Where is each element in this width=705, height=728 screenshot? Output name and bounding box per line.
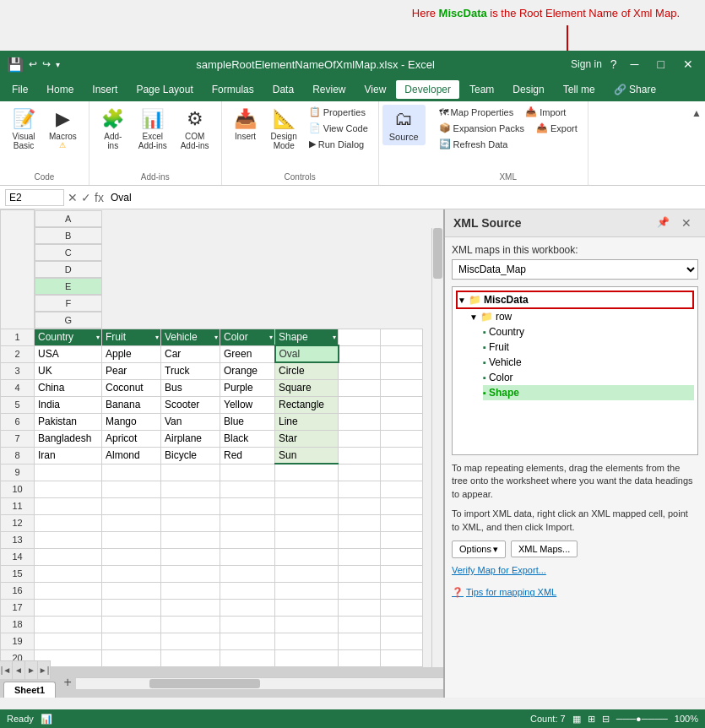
view-code-button[interactable]: 📄 View Code — [306, 121, 371, 135]
cell-g6[interactable] — [381, 413, 423, 430]
cell-e1[interactable]: Shape ▾ — [275, 329, 339, 345]
row-number-9[interactable]: 9 — [1, 464, 35, 481]
cell-e4[interactable]: Square — [275, 379, 339, 396]
sheet-scroll-last[interactable]: ►| — [38, 661, 51, 680]
run-dialog-button[interactable]: ▶ Run Dialog — [306, 137, 371, 151]
cell-e6[interactable]: Line — [275, 413, 339, 430]
row-number-8[interactable]: 8 — [1, 447, 35, 464]
close-panel-button[interactable]: ✕ — [676, 215, 697, 231]
collapse-icon[interactable]: ▲ — [691, 107, 702, 119]
addins-button[interactable]: 🧩 Add-ins — [96, 105, 130, 154]
menu-formulas[interactable]: Formulas — [203, 80, 263, 99]
cell-f3[interactable] — [339, 362, 381, 379]
zoom-slider[interactable]: ───●──── — [616, 714, 668, 724]
properties-button[interactable]: 📋 Properties — [306, 105, 371, 119]
horizontal-scrollbar[interactable] — [76, 677, 443, 689]
customize-icon[interactable]: ▾ — [56, 60, 60, 69]
cell-d3[interactable]: Orange — [220, 362, 275, 379]
menu-file[interactable]: File — [3, 80, 36, 99]
refresh-data-button[interactable]: 🔄 Refresh Data — [436, 137, 512, 151]
cell-e7[interactable]: Star — [275, 430, 339, 447]
ribbon-collapse[interactable]: ▲ — [688, 101, 705, 123]
tree-item-country[interactable]: ▪ Country — [483, 324, 694, 340]
cell-a2[interactable]: USA — [35, 345, 102, 362]
add-sheet-button[interactable]: + — [59, 675, 76, 690]
excel-addins-button[interactable]: 📊 ExcelAdd-ins — [133, 105, 172, 154]
col-header-c[interactable]: C — [35, 244, 102, 261]
export-button[interactable]: 📤 Export — [533, 121, 581, 135]
signin-button[interactable]: Sign in — [571, 58, 602, 70]
insert-button[interactable]: 📥 Insert — [229, 105, 263, 144]
cell-d2[interactable]: Green — [220, 345, 275, 362]
help-icon[interactable]: ? — [610, 57, 617, 71]
cell-b4[interactable]: Coconut — [102, 379, 161, 396]
tree-item-shape[interactable]: ▪ Shape — [483, 385, 694, 400]
cancel-formula-icon[interactable]: ✕ — [68, 191, 78, 204]
cell-g1[interactable] — [381, 329, 423, 345]
insert-function-icon[interactable]: fx — [95, 191, 104, 204]
cell-f6[interactable] — [339, 413, 381, 430]
source-button[interactable]: 🗂 Source — [382, 105, 426, 145]
cell-f4[interactable] — [339, 379, 381, 396]
cell-g8[interactable] — [381, 447, 423, 464]
cell-d6[interactable]: Blue — [220, 413, 275, 430]
view-break-icon[interactable]: ⊟ — [602, 714, 610, 725]
cell-e5[interactable]: Rectangle — [275, 396, 339, 413]
cell-a8[interactable]: Iran — [35, 447, 102, 464]
menu-design[interactable]: Design — [504, 80, 552, 99]
tips-link[interactable]: ❓ Tips for mapping XML — [452, 587, 698, 598]
cell-e2[interactable]: Oval — [275, 345, 339, 362]
cell-d8[interactable]: Red — [220, 447, 275, 464]
import-button[interactable]: 📥 Import — [522, 105, 569, 119]
horizontal-scroll-thumb[interactable] — [149, 679, 259, 688]
row-number-10[interactable]: 10 — [1, 481, 35, 497]
sheet-tab-sheet1[interactable]: Sheet1 — [3, 682, 56, 698]
cell-a1[interactable]: Country ▾ — [35, 329, 102, 345]
cell-f1[interactable] — [339, 329, 381, 345]
cell-b7[interactable]: Apricot — [102, 430, 161, 447]
design-mode-button[interactable]: 📐 DesignMode — [266, 105, 302, 154]
cell-c4[interactable]: Bus — [161, 379, 220, 396]
tree-item-fruit[interactable]: ▪ Fruit — [483, 340, 694, 355]
cell-c8[interactable]: Bicycle — [161, 447, 220, 464]
cell-a7[interactable]: Bangladesh — [35, 430, 102, 447]
menu-data[interactable]: Data — [264, 80, 302, 99]
save-icon[interactable]: 💾 — [7, 57, 24, 73]
row-number-3[interactable]: 3 — [1, 362, 35, 379]
cell-a3[interactable]: UK — [35, 362, 102, 379]
cell-e3[interactable]: Circle — [275, 362, 339, 379]
visual-basic-button[interactable]: 📝 VisualBasic — [7, 105, 41, 154]
cell-b6[interactable]: Mango — [102, 413, 161, 430]
menu-team[interactable]: Team — [461, 80, 502, 99]
cell-a5[interactable]: India — [35, 396, 102, 413]
row-number-6[interactable]: 6 — [1, 413, 35, 430]
cell-b2[interactable]: Apple — [102, 345, 161, 362]
row-number-19[interactable]: 19 — [1, 633, 35, 649]
xml-maps-button[interactable]: XML Maps... — [511, 541, 578, 557]
xml-map-select[interactable]: MiscData_Map — [452, 259, 698, 280]
row-number-13[interactable]: 13 — [1, 531, 35, 548]
menu-tell-me[interactable]: Tell me — [555, 80, 604, 99]
maximize-button[interactable]: □ — [653, 56, 670, 73]
cell-f8[interactable] — [339, 447, 381, 464]
cell-g3[interactable] — [381, 362, 423, 379]
menu-review[interactable]: Review — [304, 80, 354, 99]
row-number-18[interactable]: 18 — [1, 616, 35, 633]
com-addins-button[interactable]: ⚙ COMAdd-ins — [176, 105, 214, 154]
close-button[interactable]: ✕ — [678, 56, 698, 73]
cell-c3[interactable]: Truck — [161, 362, 220, 379]
minimize-button[interactable]: ─ — [626, 56, 644, 73]
vertical-scrollbar[interactable] — [431, 228, 443, 698]
sheet-scroll-first[interactable]: |◄ — [0, 661, 13, 680]
cell-d5[interactable]: Yellow — [220, 396, 275, 413]
tree-item-color[interactable]: ▪ Color — [483, 370, 694, 385]
menu-share[interactable]: 🔗 Share — [605, 80, 664, 99]
formula-input[interactable] — [107, 190, 700, 205]
row-number-2[interactable]: 2 — [1, 345, 35, 362]
col-header-b[interactable]: B — [35, 227, 102, 244]
row-number-7[interactable]: 7 — [1, 430, 35, 447]
col-header-f[interactable]: F — [35, 295, 102, 312]
menu-insert[interactable]: Insert — [84, 80, 126, 99]
row-number-17[interactable]: 17 — [1, 599, 35, 616]
cell-d7[interactable]: Black — [220, 430, 275, 447]
